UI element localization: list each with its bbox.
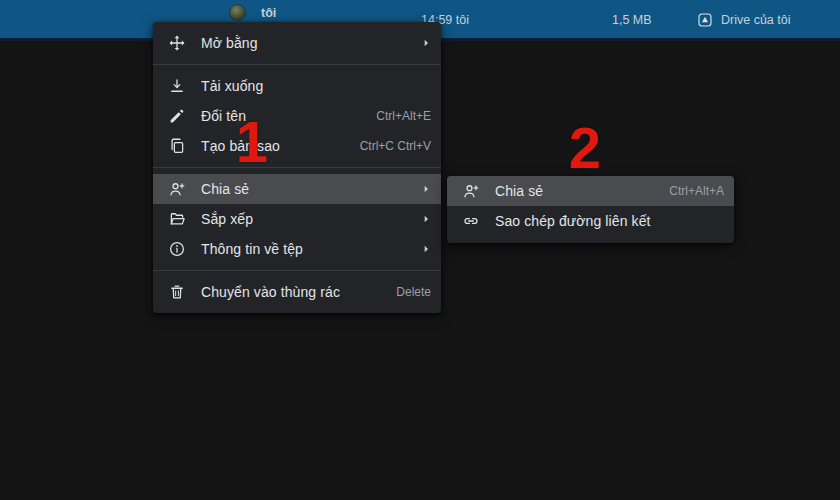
step-annotation-2: 2 [564, 119, 606, 177]
menu-item-label: Chia sẻ [201, 181, 408, 197]
menu-item-move-to-trash[interactable]: Chuyển vào thùng rác Delete [153, 277, 441, 307]
owner-avatar [229, 4, 246, 21]
file-size: 1,5 MB [612, 13, 652, 27]
chevron-right-icon [418, 181, 434, 197]
shortcut-label: Ctrl+Alt+A [669, 184, 724, 198]
menu-item-label: Mở bằng [201, 35, 408, 51]
share-submenu: Chia sẻ Ctrl+Alt+A Sao chép đường liên k… [447, 176, 734, 243]
folder-icon [168, 210, 186, 228]
submenu-item-share[interactable]: Chia sẻ Ctrl+Alt+A [447, 176, 734, 206]
menu-divider [153, 270, 441, 271]
submenu-item-label: Sao chép đường liên kết [495, 213, 724, 229]
pencil-icon [168, 107, 186, 125]
menu-item-make-copy[interactable]: Tạo bản sao Ctrl+C Ctrl+V [153, 131, 441, 161]
menu-item-rename[interactable]: Đổi tên Ctrl+Alt+E [153, 101, 441, 131]
menu-item-label: Đổi tên [201, 108, 366, 124]
submenu-item-copy-link[interactable]: Sao chép đường liên kết [447, 206, 734, 236]
chevron-right-icon [418, 211, 434, 227]
drive-icon [697, 12, 713, 28]
owner-label: tôi [261, 6, 276, 20]
menu-divider [153, 64, 441, 65]
trash-icon [168, 283, 186, 301]
menu-item-download[interactable]: Tải xuống [153, 71, 441, 101]
menu-item-label: Sắp xếp [201, 211, 408, 227]
shortcut-label: Ctrl+C Ctrl+V [360, 139, 431, 153]
person-add-icon [462, 182, 480, 200]
copy-icon [168, 137, 186, 155]
step-annotation-1: 1 [234, 113, 270, 171]
info-icon [168, 240, 186, 258]
menu-item-organize[interactable]: Sắp xếp [153, 204, 441, 234]
menu-item-label: Tải xuống [201, 78, 431, 94]
submenu-item-label: Chia sẻ [495, 183, 659, 199]
download-icon [168, 77, 186, 95]
chevron-right-icon [418, 241, 434, 257]
person-add-icon [168, 180, 186, 198]
menu-item-file-info[interactable]: Thông tin về tệp [153, 234, 441, 264]
shortcut-label: Delete [396, 285, 431, 299]
menu-item-share[interactable]: Chia sẻ [153, 174, 441, 204]
shortcut-label: Ctrl+Alt+E [376, 109, 431, 123]
menu-item-open-with[interactable]: Mở bằng [153, 28, 441, 58]
chevron-right-icon [418, 35, 434, 51]
link-icon [462, 212, 480, 230]
menu-item-label: Tạo bản sao [201, 138, 350, 154]
file-location[interactable]: Drive của tôi [721, 13, 790, 27]
menu-item-label: Thông tin về tệp [201, 241, 408, 257]
open-with-icon [168, 34, 186, 52]
menu-divider [153, 167, 441, 168]
menu-item-label: Chuyển vào thùng rác [201, 284, 386, 300]
context-menu: Mở bằng Tải xuống Đổi tên Ctrl+Alt+E Tạo… [153, 22, 441, 313]
